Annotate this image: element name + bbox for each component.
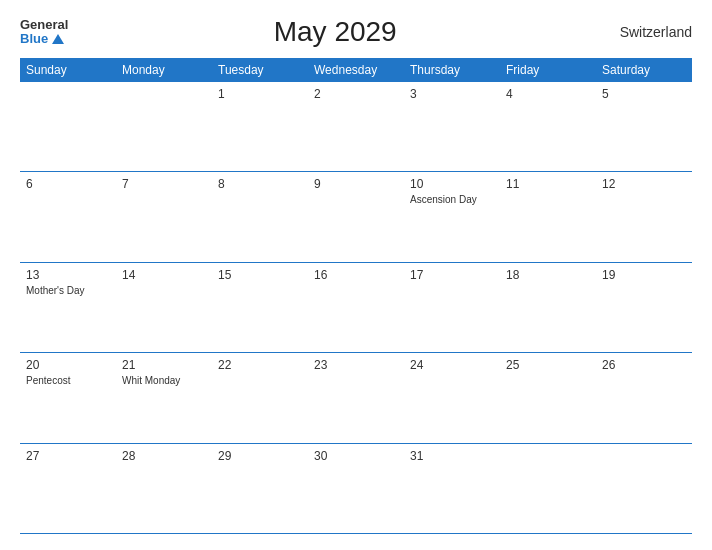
day-number: 24 (410, 358, 494, 372)
calendar-day-1-0: 6 (20, 172, 116, 261)
day-number: 16 (314, 268, 398, 282)
day-event: Mother's Day (26, 284, 110, 297)
calendar-body: 12345678910Ascension Day111213Mother's D… (20, 82, 692, 534)
calendar-day-4-3: 30 (308, 444, 404, 533)
day-number: 28 (122, 449, 206, 463)
day-number: 15 (218, 268, 302, 282)
day-number: 19 (602, 268, 686, 282)
calendar-day-2-3: 16 (308, 263, 404, 352)
calendar-day-0-1 (116, 82, 212, 171)
day-number: 18 (506, 268, 590, 282)
calendar-day-0-0 (20, 82, 116, 171)
calendar-week-4: 20Pentecost21Whit Monday2223242526 (20, 353, 692, 443)
day-number: 17 (410, 268, 494, 282)
calendar-day-2-1: 14 (116, 263, 212, 352)
calendar-day-2-2: 15 (212, 263, 308, 352)
logo: General Blue (20, 18, 68, 47)
header-thursday: Thursday (404, 58, 500, 82)
calendar-day-1-5: 11 (500, 172, 596, 261)
day-number: 10 (410, 177, 494, 191)
day-number: 22 (218, 358, 302, 372)
day-number: 30 (314, 449, 398, 463)
day-number: 1 (218, 87, 302, 101)
day-number: 2 (314, 87, 398, 101)
calendar-day-2-0: 13Mother's Day (20, 263, 116, 352)
calendar-day-4-2: 29 (212, 444, 308, 533)
calendar-day-1-3: 9 (308, 172, 404, 261)
calendar-week-2: 678910Ascension Day1112 (20, 172, 692, 262)
day-number: 9 (314, 177, 398, 191)
calendar-day-3-1: 21Whit Monday (116, 353, 212, 442)
calendar-day-2-5: 18 (500, 263, 596, 352)
day-number: 4 (506, 87, 590, 101)
country-label: Switzerland (602, 24, 692, 40)
day-number: 5 (602, 87, 686, 101)
day-event: Ascension Day (410, 193, 494, 206)
day-number: 8 (218, 177, 302, 191)
calendar-day-1-4: 10Ascension Day (404, 172, 500, 261)
day-number: 23 (314, 358, 398, 372)
header-friday: Friday (500, 58, 596, 82)
calendar-header-row: Sunday Monday Tuesday Wednesday Thursday… (20, 58, 692, 82)
calendar-day-4-1: 28 (116, 444, 212, 533)
calendar-day-4-0: 27 (20, 444, 116, 533)
day-event: Whit Monday (122, 374, 206, 387)
calendar-week-1: 12345 (20, 82, 692, 172)
logo-general-text: General (20, 18, 68, 32)
day-number: 27 (26, 449, 110, 463)
calendar-day-1-1: 7 (116, 172, 212, 261)
logo-triangle-icon (52, 34, 64, 44)
logo-blue-text: Blue (20, 32, 68, 46)
day-number: 31 (410, 449, 494, 463)
calendar-day-0-5: 4 (500, 82, 596, 171)
calendar-grid: Sunday Monday Tuesday Wednesday Thursday… (20, 58, 692, 534)
calendar-day-3-2: 22 (212, 353, 308, 442)
day-number: 20 (26, 358, 110, 372)
calendar-day-4-4: 31 (404, 444, 500, 533)
calendar-day-4-6 (596, 444, 692, 533)
calendar-day-1-6: 12 (596, 172, 692, 261)
calendar-day-1-2: 8 (212, 172, 308, 261)
calendar-day-3-4: 24 (404, 353, 500, 442)
calendar-day-2-4: 17 (404, 263, 500, 352)
day-number: 7 (122, 177, 206, 191)
day-number: 26 (602, 358, 686, 372)
header-sunday: Sunday (20, 58, 116, 82)
calendar-page: General Blue May 2029 Switzerland Sunday… (0, 0, 712, 550)
day-number: 11 (506, 177, 590, 191)
calendar-day-0-2: 1 (212, 82, 308, 171)
header-wednesday: Wednesday (308, 58, 404, 82)
calendar-day-0-3: 2 (308, 82, 404, 171)
calendar-title: May 2029 (68, 16, 602, 48)
calendar-day-0-6: 5 (596, 82, 692, 171)
day-number: 14 (122, 268, 206, 282)
header-saturday: Saturday (596, 58, 692, 82)
day-number: 6 (26, 177, 110, 191)
calendar-day-4-5 (500, 444, 596, 533)
header-tuesday: Tuesday (212, 58, 308, 82)
calendar-day-3-3: 23 (308, 353, 404, 442)
day-number: 3 (410, 87, 494, 101)
calendar-day-3-5: 25 (500, 353, 596, 442)
day-number: 29 (218, 449, 302, 463)
calendar-day-3-0: 20Pentecost (20, 353, 116, 442)
day-event: Pentecost (26, 374, 110, 387)
calendar-day-0-4: 3 (404, 82, 500, 171)
day-number: 21 (122, 358, 206, 372)
calendar-week-5: 2728293031 (20, 444, 692, 534)
day-number: 13 (26, 268, 110, 282)
calendar-week-3: 13Mother's Day141516171819 (20, 263, 692, 353)
day-number: 12 (602, 177, 686, 191)
header-monday: Monday (116, 58, 212, 82)
page-header: General Blue May 2029 Switzerland (20, 16, 692, 48)
day-number: 25 (506, 358, 590, 372)
calendar-day-2-6: 19 (596, 263, 692, 352)
calendar-day-3-6: 26 (596, 353, 692, 442)
